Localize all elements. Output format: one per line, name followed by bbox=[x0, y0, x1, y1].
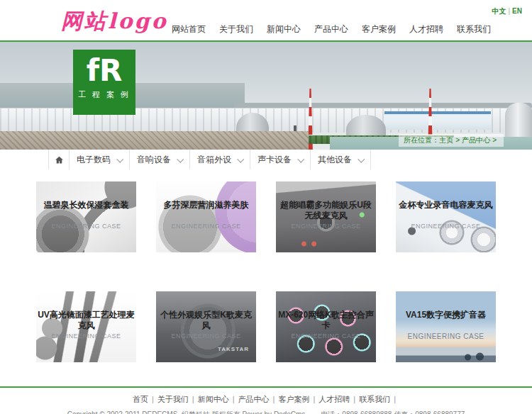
tab-other-equipment[interactable]: 其他设备 bbox=[311, 150, 371, 169]
nav-news[interactable]: 新闻中心 bbox=[267, 23, 301, 35]
footer-separator: | bbox=[152, 395, 154, 403]
tab-label: 音箱外设 bbox=[197, 154, 231, 166]
category-tabbar: 电子数码 音响设备 音箱外设 声卡设备 其他设备 bbox=[48, 150, 532, 169]
product-title[interactable]: 多芬深层营润滋养美肤 bbox=[157, 200, 255, 211]
product-image-purple-microphone: 多芬深层营润滋养美肤 ENGINEERING CASE bbox=[156, 181, 256, 252]
lang-separator: | bbox=[508, 7, 510, 15]
product-card[interactable]: UV高光镜面漆工艺处理麦克风 ENGINEERING CASE bbox=[36, 291, 136, 362]
lang-en-link[interactable]: EN bbox=[512, 7, 522, 15]
product-brand-text: TAKSTAR bbox=[218, 346, 249, 352]
engineering-case-badge: fR 工 程 案 例 bbox=[73, 50, 135, 115]
home-icon bbox=[55, 155, 64, 164]
site-footer: 首页|关于我们|新闻中心|产品中心|客户案例|人才招聘|联系我们| Copyri… bbox=[0, 386, 532, 414]
product-grid: 温碧泉长效保湿套盒装 ENGINEERING CASE 多芬深层营润滋养美肤 E… bbox=[25, 181, 507, 362]
chevron-down-icon bbox=[177, 155, 184, 162]
footer-separator: | bbox=[192, 395, 194, 403]
hero-blue-building bbox=[384, 111, 491, 130]
product-row: UV高光镜面漆工艺处理麦克风 ENGINEERING CASE 个性外观娱乐型K… bbox=[25, 291, 507, 362]
product-card[interactable]: 超能唱霸多功能娱乐U段无线麦克风 ENGINEERING CASE bbox=[276, 181, 376, 252]
breadcrumb-home-link[interactable]: 主页 bbox=[439, 136, 453, 144]
breadcrumb-label: 所在位置： bbox=[404, 136, 439, 144]
product-overlay-text: ENGINEERING CASE bbox=[276, 223, 376, 230]
nav-products[interactable]: 产品中心 bbox=[314, 23, 348, 35]
footer-separator: | bbox=[394, 395, 396, 403]
product-title[interactable]: UV高光镜面漆工艺处理麦克风 bbox=[37, 310, 135, 331]
footer-link-news[interactable]: 新闻中心 bbox=[198, 395, 229, 403]
product-card[interactable]: VA15数字便携扩音器 ENGINEERING CASE bbox=[396, 291, 496, 362]
product-title[interactable]: 温碧泉长效保湿套盒装 bbox=[37, 200, 135, 211]
product-title[interactable]: VA15数字便携扩音器 bbox=[397, 310, 495, 320]
site-header: 中文|EN 网站logo 网站首页 关于我们 新闻中心 产品中心 客户案例 人才… bbox=[0, 0, 532, 40]
main-nav: 网站首页 关于我们 新闻中心 产品中心 客户案例 人才招聘 联系我们 bbox=[172, 23, 491, 35]
chevron-down-icon bbox=[358, 155, 365, 162]
hero-embankment bbox=[0, 131, 309, 150]
product-title[interactable]: 个性外观娱乐型K歌麦克风 bbox=[157, 310, 255, 331]
language-switcher: 中文|EN bbox=[492, 6, 522, 16]
nav-contact[interactable]: 联系我们 bbox=[457, 23, 491, 35]
footer-separator: | bbox=[233, 395, 235, 403]
badge-logo-text: fR bbox=[73, 55, 135, 86]
lang-zh-link[interactable]: 中文 bbox=[492, 7, 506, 15]
tab-label: 声卡设备 bbox=[257, 154, 292, 166]
product-image-mixer-soundcard: MX-620网络K歌主控合声卡 ENGINEERING CASE bbox=[276, 291, 376, 362]
product-title[interactable]: MX-620网络K歌主控合声卡 bbox=[277, 310, 375, 331]
hero-banner: fR 工 程 案 例 所在位置：主页>产品中心> bbox=[0, 42, 532, 150]
breadcrumb-current-link[interactable]: 产品中心 bbox=[462, 136, 490, 144]
chevron-down-icon bbox=[116, 155, 123, 162]
product-row: 温碧泉长效保湿套盒装 ENGINEERING CASE 多芬深层营润滋养美肤 E… bbox=[25, 181, 507, 252]
product-title[interactable]: 超能唱霸多功能娱乐U段无线麦克风 bbox=[277, 200, 375, 221]
nav-jobs[interactable]: 人才招聘 bbox=[409, 23, 443, 35]
nav-about[interactable]: 关于我们 bbox=[219, 23, 253, 35]
tab-label: 电子数码 bbox=[77, 154, 111, 166]
product-overlay-text: ENGINEERING CASE bbox=[36, 223, 136, 230]
nav-cases[interactable]: 客户案例 bbox=[362, 23, 396, 35]
footer-link-jobs[interactable]: 人才招聘 bbox=[318, 395, 350, 403]
tab-audio-equipment[interactable]: 音响设备 bbox=[130, 150, 190, 169]
contact-text: 电话：0898-66889888 传真：0898-66889777 bbox=[321, 410, 465, 414]
chevron-down-icon bbox=[297, 155, 304, 162]
breadcrumb-separator: > bbox=[455, 136, 460, 144]
footer-link-products[interactable]: 产品中心 bbox=[238, 395, 270, 403]
product-card[interactable]: 多芬深层营润滋养美肤 ENGINEERING CASE bbox=[156, 181, 256, 252]
tab-speaker-peripherals[interactable]: 音箱外设 bbox=[190, 150, 250, 169]
product-card[interactable]: 温碧泉长效保湿套盒装 ENGINEERING CASE bbox=[36, 181, 136, 252]
tab-label: 其他设备 bbox=[318, 154, 352, 166]
product-image-portable-amplifier: VA15数字便携扩音器 ENGINEERING CASE bbox=[396, 291, 496, 362]
footer-link-home[interactable]: 首页 bbox=[133, 395, 148, 403]
product-overlay-text: ENGINEERING CASE bbox=[156, 223, 256, 230]
product-overlay-text: ENGINEERING CASE bbox=[156, 332, 256, 340]
tab-electronics[interactable]: 电子数码 bbox=[70, 150, 130, 169]
copyright-text: Copyright © 2002-2011 DEDECMS. 织梦科技 版权所有… bbox=[67, 410, 306, 414]
product-image-amplifier: 超能唱霸多功能娱乐U段无线麦克风 ENGINEERING CASE bbox=[276, 181, 376, 252]
product-overlay-text: ENGINEERING CASE bbox=[396, 223, 496, 230]
nav-home[interactable]: 网站首页 bbox=[172, 23, 206, 35]
product-image-speaker: 个性外观娱乐型K歌麦克风 ENGINEERING CASE TAKSTAR bbox=[156, 291, 256, 362]
footer-separator: | bbox=[273, 395, 275, 403]
tab-label: 音响设备 bbox=[137, 154, 171, 166]
breadcrumb-separator: > bbox=[492, 136, 497, 144]
footer-link-contact[interactable]: 联系我们 bbox=[359, 395, 390, 403]
home-tab[interactable] bbox=[49, 150, 70, 169]
page: 中文|EN 网站logo 网站首页 关于我们 新闻中心 产品中心 客户案例 人才… bbox=[0, 0, 532, 414]
product-card[interactable]: MX-620网络K歌主控合声卡 ENGINEERING CASE bbox=[276, 291, 376, 362]
footer-separator: | bbox=[313, 395, 315, 403]
footer-link-about[interactable]: 关于我们 bbox=[157, 395, 189, 403]
product-overlay-text: ENGINEERING CASE bbox=[36, 332, 136, 340]
product-image-uv-microphones: UV高光镜面漆工艺处理麦克风 ENGINEERING CASE bbox=[36, 291, 136, 362]
product-image-blue-soundcard: 金杯专业录音电容麦克风 ENGINEERING CASE bbox=[396, 181, 496, 252]
chevron-down-icon bbox=[237, 155, 244, 162]
product-card[interactable]: 个性外观娱乐型K歌麦克风 ENGINEERING CASE TAKSTAR bbox=[156, 291, 256, 362]
site-logo[interactable]: 网站logo bbox=[61, 7, 167, 36]
footer-nav: 首页|关于我们|新闻中心|产品中心|客户案例|人才招聘|联系我们| bbox=[0, 394, 532, 405]
product-overlay-text: ENGINEERING CASE bbox=[396, 332, 496, 340]
footer-link-cases[interactable]: 客户案例 bbox=[278, 395, 309, 403]
badge-subtitle: 工 程 案 例 bbox=[73, 89, 135, 100]
product-title[interactable]: 金杯专业录音电容麦克风 bbox=[397, 200, 495, 211]
breadcrumb: 所在位置：主页>产品中心> bbox=[399, 134, 504, 147]
product-overlay-text: ENGINEERING CASE bbox=[276, 332, 376, 340]
product-image-headphones: 温碧泉长效保湿套盒装 ENGINEERING CASE bbox=[36, 181, 136, 252]
footer-separator: | bbox=[353, 395, 355, 403]
tab-soundcard-equipment[interactable]: 声卡设备 bbox=[250, 150, 311, 169]
product-card[interactable]: 金杯专业录音电容麦克风 ENGINEERING CASE bbox=[396, 181, 496, 252]
copyright-line: Copyright © 2002-2011 DEDECMS. 织梦科技 版权所有… bbox=[0, 410, 532, 414]
